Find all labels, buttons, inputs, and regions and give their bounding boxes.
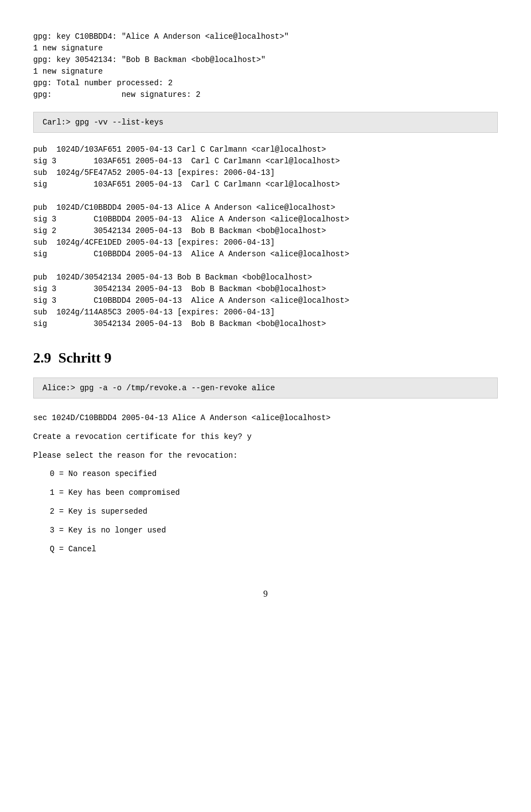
alice-genrevoke-output: sec 1024D/C10BBDD4 2005-04-13 Alice A An… [33, 412, 498, 556]
output-line2: Create a revocation certificate for this… [33, 431, 498, 444]
command-text: Carl:> gpg -vv --list-keys [43, 118, 163, 127]
section-number: 2.9 [33, 350, 51, 366]
output-line7: 3 = Key is no longer used [50, 524, 498, 537]
command-text: Alice:> gpg -a -o /tmp/revoke.a --gen-re… [43, 384, 275, 392]
carl-listkeys-command: Carl:> gpg -vv --list-keys [33, 112, 498, 133]
output-line5: 1 = Key has been compromised [50, 487, 498, 500]
alice-genrevoke-command: Alice:> gpg -a -o /tmp/revoke.a --gen-re… [33, 377, 498, 399]
output-line6: 2 = Key is superseded [50, 505, 498, 519]
output-line3: Please select the reason for the revocat… [33, 449, 498, 463]
carl-keys-output: pub 1024D/103AF651 2005-04-13 Carl C Car… [33, 144, 498, 330]
output-line8: Q = Cancel [50, 543, 498, 556]
section-title: Schritt 9 [59, 350, 112, 366]
page-number: 9 [33, 589, 498, 599]
section-heading: 2.9 Schritt 9 [33, 350, 498, 366]
gpg-top-output: gpg: key C10BBDD4: "Alice A Anderson <al… [33, 31, 498, 101]
output-line4: 0 = No reason specified [50, 468, 498, 481]
output-line1: sec 1024D/C10BBDD4 2005-04-13 Alice A An… [33, 412, 498, 425]
